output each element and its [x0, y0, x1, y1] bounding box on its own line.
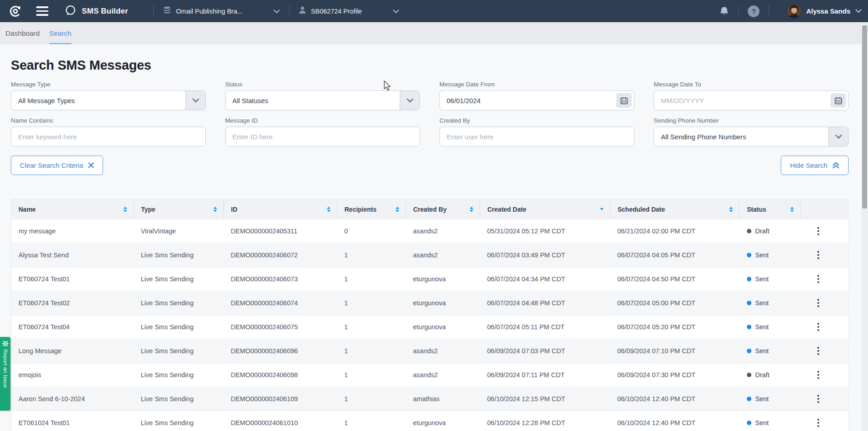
cell-type: Live Sms Sending — [134, 243, 224, 267]
cell-recipients: 0 — [337, 219, 406, 243]
message-id-input[interactable] — [225, 127, 420, 147]
cell-status: Sent — [740, 267, 801, 291]
cell-actions — [801, 387, 849, 411]
name-contains-input[interactable] — [11, 127, 206, 147]
chevron-down-icon[interactable] — [400, 91, 420, 110]
chevron-down-icon[interactable] — [828, 127, 848, 146]
table-row: ET061024 Test01Live Sms SendingDEMO00000… — [11, 411, 849, 431]
brand-selector-dropdown[interactable]: Omail Publishing Bra... — [163, 6, 279, 17]
created-by-text-input[interactable] — [440, 127, 634, 146]
cell-actions — [801, 411, 849, 431]
cell-status: Sent — [740, 315, 801, 339]
message-type-select[interactable]: All Message Types — [11, 90, 206, 110]
row-kebab-menu-icon[interactable] — [814, 248, 822, 262]
hide-search-label: Hide Search — [790, 161, 827, 169]
column-label: Type — [141, 206, 156, 213]
col-id[interactable]: ID — [224, 199, 337, 219]
calendar-icon[interactable] — [830, 93, 846, 108]
user-menu[interactable]: Alyssa Sands — [787, 4, 862, 18]
row-kebab-menu-icon[interactable] — [814, 296, 822, 310]
sort-icon[interactable] — [470, 207, 473, 212]
status-dot-icon — [747, 301, 751, 305]
database-icon — [163, 6, 171, 17]
date-to-text-input[interactable] — [654, 91, 848, 110]
user-name: Alyssa Sands — [806, 7, 850, 15]
sort-icon[interactable] — [790, 207, 794, 212]
hide-search-button[interactable]: Hide Search — [781, 156, 849, 175]
sort-desc-icon[interactable] — [600, 208, 604, 210]
sort-icon[interactable] — [327, 207, 330, 212]
row-kebab-menu-icon[interactable] — [814, 320, 822, 334]
notifications-bell-icon[interactable] — [719, 6, 729, 17]
cell-scheduled-date: 06/10/2024 12:40 PM CDT — [610, 387, 740, 411]
sort-icon[interactable] — [213, 207, 217, 212]
cell-scheduled-date: 06/07/2024 05:00 PM CDT — [610, 291, 740, 315]
close-icon — [88, 162, 94, 168]
sort-icon[interactable] — [396, 207, 399, 212]
cell-scheduled-date: 06/09/2024 07:10 PM CDT — [610, 339, 740, 363]
report-an-issue-label: Report an Issue — [3, 349, 8, 388]
cell-created-by: eturgunova — [406, 267, 480, 291]
col-type[interactable]: Type — [134, 199, 224, 219]
calendar-icon[interactable] — [616, 93, 632, 108]
col-recipients[interactable]: Recipients — [337, 199, 406, 219]
tab-dashboard[interactable]: Dashboard — [5, 22, 40, 44]
sending-phone-value: All Sending Phone Numbers — [654, 133, 746, 141]
sending-phone-select[interactable]: All Sending Phone Numbers — [654, 127, 849, 147]
status-badge: Sent — [755, 275, 769, 283]
report-an-issue-tab[interactable]: Report an Issue — [0, 337, 10, 411]
date-from-field: Message Date From 06/01/2024 — [439, 81, 634, 110]
row-kebab-menu-icon[interactable] — [814, 416, 822, 430]
status-dot-icon — [747, 229, 751, 233]
name-contains-label: Name Contains — [11, 117, 206, 124]
cell-status: Draft — [740, 363, 801, 387]
col-created-date[interactable]: Created Date — [480, 199, 610, 219]
col-status[interactable]: Status — [740, 199, 801, 219]
hamburger-menu-icon[interactable] — [36, 6, 48, 16]
message-id-text-input[interactable] — [226, 127, 420, 146]
help-icon[interactable]: ? — [748, 5, 760, 17]
cell-name: emojois — [11, 363, 134, 387]
column-label: Created Date — [487, 206, 526, 213]
row-kebab-menu-icon[interactable] — [814, 368, 822, 382]
row-kebab-menu-icon[interactable] — [814, 224, 822, 238]
cell-created-by: eturgunova — [406, 411, 480, 431]
col-created-by[interactable]: Created By — [406, 199, 480, 219]
tab-search[interactable]: Search — [49, 22, 71, 44]
row-kebab-menu-icon[interactable] — [814, 272, 822, 286]
cell-status: Sent — [740, 411, 801, 431]
status-badge: Sent — [755, 395, 769, 403]
clear-search-label: Clear Search Criteria — [20, 161, 83, 169]
vertical-scrollbar[interactable] — [861, 22, 868, 431]
sort-icon[interactable] — [729, 207, 733, 212]
profile-selector-dropdown[interactable]: SB062724 Profile — [298, 6, 399, 16]
column-label: Status — [747, 206, 766, 213]
row-kebab-menu-icon[interactable] — [814, 392, 822, 406]
scrollbar-thumb[interactable] — [862, 25, 867, 208]
date-to-input[interactable] — [654, 90, 849, 110]
chevron-down-icon[interactable] — [185, 91, 205, 110]
col-scheduled-date[interactable]: Scheduled Date — [610, 199, 740, 219]
messages-table: NameTypeIDRecipientsCreated ByCreated Da… — [11, 199, 849, 431]
message-type-field: Message Type All Message Types — [11, 81, 206, 110]
cell-id: DEMO0000002406073 — [224, 267, 337, 291]
chevron-down-icon — [393, 7, 399, 15]
cell-recipients: 1 — [337, 267, 406, 291]
col-actions — [801, 199, 849, 219]
status-select[interactable]: All Statuses — [225, 90, 420, 110]
omeda-logo-icon[interactable] — [9, 5, 22, 18]
bug-icon — [2, 340, 9, 347]
status-badge: Sent — [755, 251, 769, 259]
cell-created-date: 06/07/2024 05:11 PM CDT — [480, 315, 610, 339]
message-id-label: Message ID — [225, 117, 420, 124]
created-by-input[interactable] — [439, 127, 634, 147]
status-value: All Statuses — [226, 97, 268, 104]
sort-icon[interactable] — [123, 207, 127, 212]
row-kebab-menu-icon[interactable] — [814, 344, 822, 358]
col-name[interactable]: Name — [11, 199, 134, 219]
date-from-input[interactable]: 06/01/2024 — [439, 90, 634, 110]
name-contains-text-input[interactable] — [11, 127, 205, 146]
status-label: Status — [225, 81, 420, 88]
cell-actions — [801, 339, 849, 363]
clear-search-criteria-button[interactable]: Clear Search Criteria — [11, 156, 103, 175]
